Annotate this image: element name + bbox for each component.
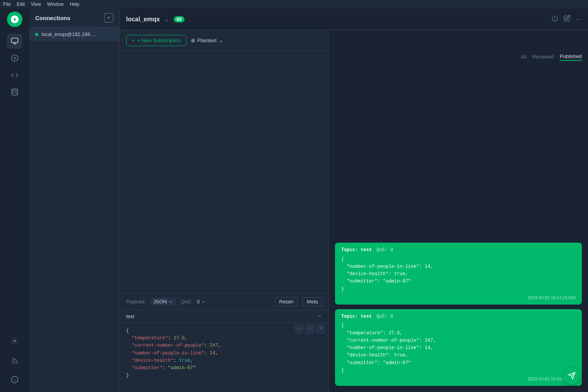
menu-file[interactable]: File [3,2,10,7]
qos-value: 0 [197,299,200,305]
new-subscription-label: + New Subscription [137,38,181,43]
sidebar-icon-database[interactable] [7,84,22,100]
message-2-timestamp: 2023-03-02 16:15:37:871 [341,377,576,381]
new-subscription-button[interactable]: + + New Subscription [126,35,186,46]
top-bar: local_emqx ⌄ 68 ··· [120,9,588,30]
nav-back-button[interactable]: ← [294,324,304,334]
connections-title: Connections [35,15,70,21]
sidebar-icon-add[interactable] [7,50,22,66]
code-editor[interactable]: { "temperature": 27.0, "current-number-o… [120,322,328,392]
retain-button[interactable]: Retain [275,297,298,306]
sidebar-icon-rss[interactable] [7,353,22,369]
tab-received[interactable]: Received [533,53,554,60]
compose-panel: + + New Subscription Plaintext ⌄ Payload… [120,30,329,392]
svg-point-7 [14,340,15,342]
message-1-topic: Topic: test [341,247,372,253]
sidebar-icon-connections[interactable] [7,33,22,49]
editor-nav: ← − + [294,324,325,334]
app-body: Connections + local_emqx@192.168.... loc… [0,9,588,392]
menu-view[interactable]: View [31,2,41,7]
chevron-down-icon[interactable]: ⌄ [164,16,169,22]
message-2-body: { "temperature": 27.0, "current-number-o… [341,322,576,374]
connections-add-button[interactable]: + [104,13,113,22]
svg-rect-0 [11,38,18,43]
qos-label: QoS: [181,299,192,305]
format-value: JSON [154,299,167,305]
message-1-body: { "number-of-people-in-line": 14, "devic… [341,256,576,293]
format-dropdown[interactable]: JSON [150,298,176,306]
format-status-dot [191,39,195,43]
content-area: + + New Subscription Plaintext ⌄ Payload… [120,30,588,392]
message-count-badge: 68 [174,16,184,22]
expand-icon[interactable] [317,313,322,320]
tab-published[interactable]: Published [560,53,582,61]
message-card-1-header: Topic: test QoS: 0 [341,247,576,253]
format-chevron-icon: ⌄ [219,38,223,43]
sidebar-icon-code[interactable] [7,67,22,83]
plus-icon: + [132,38,135,43]
logo [7,12,22,27]
topic-input[interactable] [126,310,317,322]
top-bar-actions: ··· [551,15,582,24]
message-2-qos: QoS: 0 [376,314,393,319]
svg-point-8 [12,363,13,364]
connections-panel: Connections + local_emqx@192.168.... [29,9,120,392]
menu-window[interactable]: Window [47,2,64,7]
messages-panel: All Received Published Topic: test QoS: … [329,30,588,392]
svg-point-6 [12,89,17,91]
payload-label: Payload: [126,299,146,305]
nav-plus-button[interactable]: + [316,324,325,334]
connection-label: local_emqx@192.168.... [41,31,96,37]
message-1-timestamp: 2023-03-02 16:11:25:624 [341,295,576,300]
topic-input-area [120,310,328,322]
format-label: Plaintext [197,38,217,43]
sidebar-icon-info[interactable] [7,372,22,387]
message-1-qos: QoS: 0 [376,247,393,253]
menu-bar: File Edit View Window Help [0,0,588,9]
messages-spacer [335,36,582,238]
compose-scroll-area [120,51,328,293]
filter-tabs: All Received Published [521,53,582,61]
connection-item[interactable]: local_emqx@192.168.... [29,27,120,41]
power-icon[interactable] [551,15,558,24]
qos-dropdown[interactable]: 0 [197,299,206,305]
message-2-topic: Topic: test [341,314,372,319]
active-connection-name: local_emqx [126,16,160,23]
send-button[interactable] [563,367,580,384]
subscription-bar: + + New Subscription Plaintext ⌄ [120,30,328,51]
nav-dash-button[interactable]: − [305,324,315,334]
payload-bar: Payload: JSON QoS: 0 Retain Meta [120,293,328,310]
message-card-2-header: Topic: test QoS: 0 [341,314,576,319]
menu-edit[interactable]: Edit [17,2,25,7]
connection-status-dot [35,33,38,36]
menu-help[interactable]: Help [70,2,80,7]
sidebar-icon-settings[interactable] [7,333,22,349]
main-content: local_emqx ⌄ 68 ··· + + [120,9,588,392]
message-card-2: Topic: test QoS: 0 { "temperature": 27.0… [335,309,582,386]
message-card-1: Topic: test QoS: 0 { "number-of-people-i… [335,243,582,305]
more-icon[interactable]: ··· [576,15,582,23]
icon-sidebar [0,9,29,392]
meta-button[interactable]: Meta [303,297,322,306]
format-selector[interactable]: Plaintext ⌄ [191,38,223,43]
edit-icon[interactable] [564,15,571,24]
tab-all[interactable]: All [521,53,526,60]
connections-header: Connections + [29,9,120,27]
